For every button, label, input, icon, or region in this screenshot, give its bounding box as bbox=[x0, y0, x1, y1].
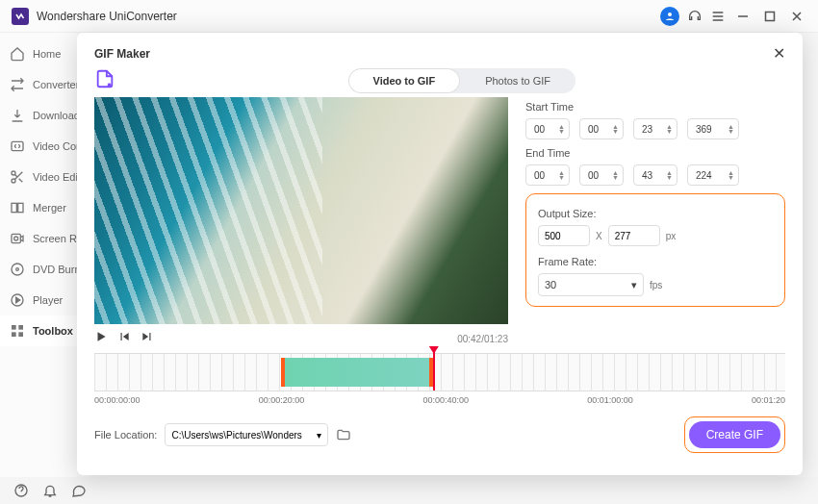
sidebar-item-downloader[interactable]: Downloader bbox=[0, 100, 77, 131]
merge-icon bbox=[10, 200, 25, 215]
compress-icon bbox=[10, 139, 25, 154]
end-time-label: End Time bbox=[525, 147, 785, 159]
minimize-button[interactable] bbox=[733, 7, 753, 26]
start-min-input[interactable]: 00▲▼ bbox=[579, 118, 624, 139]
home-icon bbox=[10, 46, 25, 62]
play-button[interactable] bbox=[94, 330, 108, 347]
svg-rect-15 bbox=[18, 332, 23, 337]
width-input[interactable] bbox=[538, 225, 590, 246]
svg-point-4 bbox=[12, 179, 15, 183]
grid-icon bbox=[10, 323, 25, 339]
video-preview[interactable] bbox=[94, 97, 508, 324]
svg-point-10 bbox=[16, 268, 19, 271]
height-input[interactable] bbox=[608, 225, 660, 246]
footer-bar bbox=[0, 477, 100, 504]
file-location-select[interactable]: C:\Users\ws\Pictures\Wonders▾ bbox=[165, 423, 328, 446]
sidebar: Home Converter Downloader Video Compress… bbox=[0, 33, 77, 477]
add-file-icon[interactable] bbox=[94, 68, 115, 89]
gif-maker-modal: GIF Maker ✕ Video to GIF Photos to GIF 0… bbox=[77, 33, 803, 475]
svg-point-3 bbox=[12, 171, 15, 175]
sidebar-item-home[interactable]: Home bbox=[0, 38, 77, 69]
sidebar-item-merger[interactable]: Merger bbox=[0, 192, 77, 223]
mode-tabs: Video to GIF Photos to GIF bbox=[348, 68, 575, 93]
frame-rate-label: Frame Rate: bbox=[538, 256, 773, 267]
sidebar-item-recorder[interactable]: Screen Recorder bbox=[0, 223, 77, 254]
chevron-down-icon: ▾ bbox=[631, 279, 637, 291]
download-icon bbox=[10, 108, 25, 123]
titlebar: Wondershare UniConverter bbox=[0, 0, 818, 33]
sidebar-item-player[interactable]: Player bbox=[0, 285, 77, 315]
modal-title: GIF Maker bbox=[94, 47, 150, 61]
svg-rect-1 bbox=[766, 12, 775, 20]
start-time-label: Start Time bbox=[525, 101, 785, 113]
timeline-labels: 00:00:00:00 00:00:20:00 00:00:40:00 00:0… bbox=[94, 395, 785, 405]
selection-range[interactable] bbox=[281, 358, 433, 387]
sidebar-item-label: Merger bbox=[33, 202, 66, 214]
timeline-ruler[interactable] bbox=[94, 353, 785, 391]
headset-icon[interactable] bbox=[687, 9, 703, 24]
account-avatar-icon[interactable] bbox=[660, 7, 679, 26]
svg-rect-14 bbox=[12, 332, 16, 337]
close-button[interactable] bbox=[787, 7, 806, 26]
output-size-label: Output Size: bbox=[538, 208, 773, 219]
prev-frame-button[interactable] bbox=[117, 330, 131, 347]
sidebar-item-compressor[interactable]: Video Compressor bbox=[0, 131, 77, 162]
bell-icon[interactable] bbox=[42, 483, 58, 498]
tab-photos-to-gif[interactable]: Photos to GIF bbox=[460, 68, 575, 93]
sidebar-item-label: Home bbox=[33, 48, 61, 60]
help-icon[interactable] bbox=[13, 483, 29, 498]
sidebar-item-dvd[interactable]: DVD Burner bbox=[0, 254, 77, 285]
end-ms-input[interactable]: 224▲▼ bbox=[687, 164, 739, 186]
sidebar-item-label: Video Editor bbox=[33, 171, 77, 183]
sidebar-item-label: Player bbox=[33, 294, 63, 306]
play-icon bbox=[10, 292, 25, 308]
playback-time: 00:42/01:23 bbox=[457, 334, 508, 344]
end-hour-input[interactable]: 00▲▼ bbox=[525, 164, 570, 186]
create-gif-button[interactable]: Create GIF bbox=[689, 421, 780, 448]
start-ms-input[interactable]: 369▲▼ bbox=[687, 118, 739, 139]
playhead[interactable] bbox=[433, 348, 435, 391]
px-unit: px bbox=[666, 231, 677, 241]
disc-icon bbox=[10, 262, 25, 277]
menu-icon[interactable] bbox=[710, 9, 726, 24]
svg-rect-6 bbox=[18, 203, 23, 212]
svg-rect-2 bbox=[12, 141, 23, 150]
start-sec-input[interactable]: 23▲▼ bbox=[633, 118, 677, 139]
sidebar-item-label: Video Compressor bbox=[33, 140, 77, 152]
convert-icon bbox=[10, 77, 25, 92]
x-separator: X bbox=[596, 231, 602, 241]
next-frame-button[interactable] bbox=[141, 330, 154, 347]
svg-rect-5 bbox=[12, 203, 16, 212]
fps-unit: fps bbox=[650, 280, 662, 290]
end-min-input[interactable]: 00▲▼ bbox=[579, 164, 624, 186]
app-logo-icon bbox=[12, 8, 29, 25]
output-settings-box: Output Size: X px Frame Rate: 30▾ fps bbox=[525, 193, 785, 307]
end-sec-input[interactable]: 43▲▼ bbox=[633, 164, 677, 186]
svg-rect-12 bbox=[12, 325, 16, 330]
svg-point-9 bbox=[12, 264, 23, 275]
svg-rect-13 bbox=[18, 325, 23, 330]
sidebar-item-converter[interactable]: Converter bbox=[0, 69, 77, 100]
create-gif-highlight: Create GIF bbox=[684, 416, 785, 453]
maximize-button[interactable] bbox=[760, 7, 780, 26]
sidebar-item-label: Converter bbox=[33, 79, 77, 90]
svg-point-8 bbox=[14, 237, 18, 240]
frame-rate-select[interactable]: 30▾ bbox=[538, 273, 644, 296]
folder-icon[interactable] bbox=[336, 427, 351, 442]
sidebar-item-label: Downloader bbox=[33, 110, 77, 121]
sidebar-item-label: Screen Recorder bbox=[33, 233, 77, 244]
sidebar-item-toolbox[interactable]: Toolbox bbox=[0, 315, 77, 346]
sidebar-item-editor[interactable]: Video Editor bbox=[0, 162, 77, 192]
feedback-icon[interactable] bbox=[71, 483, 87, 498]
sidebar-item-label: DVD Burner bbox=[33, 264, 77, 275]
scissors-icon bbox=[10, 169, 25, 185]
close-icon[interactable]: ✕ bbox=[773, 44, 785, 63]
tab-video-to-gif[interactable]: Video to GIF bbox=[348, 68, 461, 93]
record-icon bbox=[10, 231, 25, 246]
file-location-label: File Location: bbox=[94, 429, 157, 441]
app-title: Wondershare UniConverter bbox=[37, 10, 177, 23]
chevron-down-icon: ▾ bbox=[317, 430, 321, 441]
svg-point-0 bbox=[668, 13, 672, 16]
start-hour-input[interactable]: 00▲▼ bbox=[525, 118, 570, 139]
sidebar-item-label: Toolbox bbox=[33, 325, 73, 337]
